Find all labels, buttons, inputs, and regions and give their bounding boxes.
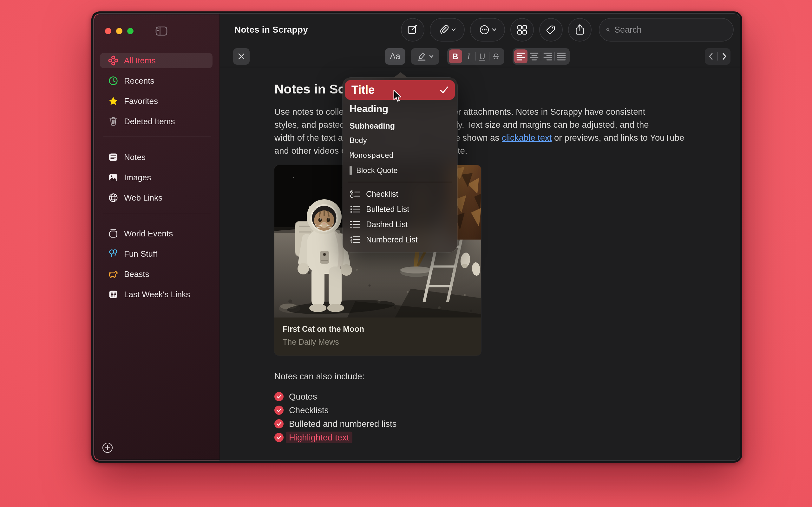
next-note-button[interactable] <box>722 53 727 60</box>
menu-item-bulleted-list[interactable]: Bulleted List <box>345 202 455 217</box>
sidebar-toggle-icon[interactable] <box>155 26 167 36</box>
checklist-item-label: Bulleted and numbered lists <box>289 419 397 429</box>
sidebar-item-all-items[interactable]: All Items <box>100 53 212 68</box>
checked-checkbox-icon[interactable] <box>274 406 284 415</box>
search-input[interactable] <box>614 25 727 35</box>
checklist-item[interactable]: Bulleted and numbered lists <box>274 417 740 431</box>
menu-item-numbered-list[interactable]: 123 Numbered List <box>345 232 455 247</box>
gallery-view-button[interactable] <box>510 18 534 42</box>
align-right-button[interactable] <box>541 49 554 63</box>
checklist-item[interactable]: Highlighted text <box>274 431 740 444</box>
highlighter-icon <box>416 52 426 61</box>
checklist-item-label: Quotes <box>289 392 317 402</box>
clickable-text-link[interactable]: clickable text <box>502 133 552 143</box>
globe-icon <box>108 193 118 203</box>
menu-item-monospaced[interactable]: Monospaced <box>345 147 455 163</box>
italic-button[interactable]: I <box>462 49 475 63</box>
attachment-caption: First Cat on the Moon The Daily Mews <box>274 318 481 355</box>
attachments-button[interactable] <box>430 18 465 42</box>
align-center-button[interactable] <box>527 49 541 63</box>
minimize-window-button[interactable] <box>116 28 122 34</box>
checked-checkbox-icon[interactable] <box>274 419 284 429</box>
menu-item-block-quote[interactable]: Block Quote <box>345 163 455 178</box>
menu-item-label: Dashed List <box>366 220 408 229</box>
highlighted-text: Highlighted text <box>286 432 352 443</box>
sidebar-item-label: Images <box>124 173 151 182</box>
sidebar-item-images[interactable]: Images <box>100 170 212 185</box>
more-options-button[interactable] <box>470 18 505 42</box>
star-icon <box>108 96 118 106</box>
toolbar-buttons <box>401 18 734 42</box>
close-format-bar-button[interactable] <box>233 48 250 65</box>
trash-icon <box>108 116 118 126</box>
sidebar-item-label: Beasts <box>124 269 149 279</box>
app-window: All Items Recents Favorites <box>91 11 742 463</box>
zoom-window-button[interactable] <box>127 28 134 34</box>
checked-checkbox-icon[interactable] <box>274 392 284 401</box>
sidebar-item-world-events[interactable]: World Events <box>100 226 212 241</box>
checklist-item[interactable]: Checklists <box>274 403 740 417</box>
align-center-icon <box>530 52 539 60</box>
align-right-icon <box>543 52 552 60</box>
menu-item-label: Body <box>350 136 367 145</box>
titlebar-controls <box>94 14 219 36</box>
sidebar-nav: All Items Recents Favorites <box>94 53 219 302</box>
previous-note-button[interactable] <box>709 53 713 60</box>
menu-item-dashed-list[interactable]: Dashed List <box>345 217 455 232</box>
paperclip-icon <box>439 24 449 35</box>
checklist-item-label: Checklists <box>289 405 328 415</box>
text-styles-button[interactable]: Aa <box>385 48 405 65</box>
checklist-icon <box>350 189 362 199</box>
sidebar-item-favorites[interactable]: Favorites <box>100 94 212 109</box>
sidebar-item-last-weeks-links[interactable]: Last Week's Links <box>100 287 212 302</box>
window-title: Notes in Scrappy <box>235 25 308 35</box>
new-note-button[interactable] <box>401 18 424 42</box>
clock-icon <box>108 76 118 86</box>
attachment-title: First Cat on the Moon <box>283 325 473 334</box>
close-window-button[interactable] <box>105 28 111 34</box>
close-icon <box>238 53 245 60</box>
note-editor[interactable]: Notes in Scrappy Use notes to collect yo… <box>220 67 740 460</box>
sidebar-item-beasts[interactable]: Beasts <box>100 267 212 282</box>
align-justify-button[interactable] <box>555 49 568 63</box>
checked-checkbox-icon[interactable] <box>274 433 284 442</box>
checklist-item[interactable]: Quotes <box>274 390 740 403</box>
highlight-style-button[interactable] <box>411 48 439 65</box>
dots-grid-icon <box>108 289 118 299</box>
sidebar-item-fun-stuff[interactable]: Fun Stuff <box>100 246 212 262</box>
main-area: Notes in Scrappy <box>220 14 740 460</box>
compose-icon <box>407 24 418 36</box>
sidebar-item-label: Web Links <box>124 193 162 203</box>
block-quote-bar-icon <box>350 166 352 175</box>
tags-button[interactable] <box>539 18 563 42</box>
sidebar-item-web-links[interactable]: Web Links <box>100 190 212 205</box>
numbered-list-icon: 123 <box>350 234 362 245</box>
menu-divider <box>348 182 452 182</box>
menu-item-label: Title <box>351 83 374 97</box>
strikethrough-button[interactable]: S <box>490 49 503 63</box>
balloons-icon <box>108 249 118 259</box>
menu-item-subheading[interactable]: Subheading <box>345 118 455 133</box>
menu-item-title[interactable]: Title <box>345 80 455 100</box>
sidebar-item-notes[interactable]: Notes <box>100 150 212 165</box>
new-collection-button[interactable] <box>102 442 113 453</box>
dashed-list-icon <box>350 219 362 229</box>
align-left-button[interactable] <box>514 49 527 63</box>
window-content: All Items Recents Favorites <box>94 14 740 460</box>
underline-button[interactable]: U <box>476 49 489 63</box>
sidebar-item-deleted-items[interactable]: Deleted Items <box>100 114 212 129</box>
align-left-icon <box>516 52 525 60</box>
menu-item-label: Block Quote <box>356 166 398 175</box>
text-styles-menu: Title Heading Subheading Body Monospaced… <box>343 78 457 252</box>
menu-item-label: Numbered List <box>366 235 418 244</box>
menu-item-label: Monospaced <box>350 151 393 159</box>
menu-item-body[interactable]: Body <box>345 133 455 147</box>
sidebar-divider <box>103 213 211 213</box>
search-field[interactable] <box>599 18 734 42</box>
all-items-icon <box>108 55 118 66</box>
bold-button[interactable]: B <box>449 49 462 63</box>
sidebar-item-recents[interactable]: Recents <box>100 73 212 89</box>
share-button[interactable] <box>568 18 592 42</box>
menu-item-checklist[interactable]: Checklist <box>345 186 455 202</box>
sidebar-item-label: Notes <box>124 153 146 162</box>
